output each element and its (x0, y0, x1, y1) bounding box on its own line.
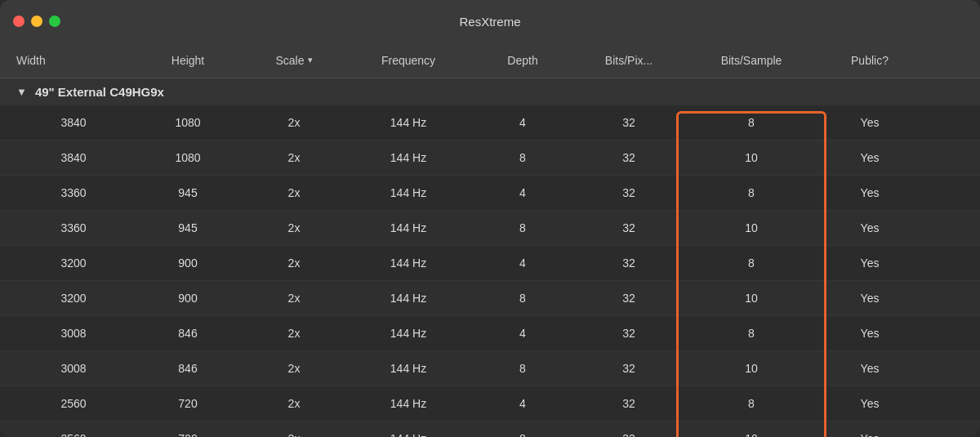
cell-depth: 4 (474, 186, 572, 199)
cell-scale: 2x (245, 151, 343, 164)
cell-height: 1080 (131, 151, 245, 164)
cell-scale: 2x (245, 292, 343, 305)
col-header-height[interactable]: Height (131, 54, 245, 67)
cell-depth: 8 (474, 221, 572, 234)
table-row[interactable]: 384010802x144 Hz4328Yes (0, 105, 980, 140)
table-row[interactable]: 30088462x144 Hz83210Yes (0, 351, 980, 386)
cell-frequency: 144 Hz (343, 432, 474, 437)
group-expand-arrow: ▼ (16, 86, 27, 98)
cell-bits-pix: 32 (572, 397, 686, 410)
cell-height: 846 (131, 362, 245, 375)
cell-bits-sample: 10 (686, 432, 817, 437)
cell-bits-pix: 32 (572, 327, 686, 340)
col-header-depth[interactable]: Depth (474, 54, 572, 67)
cell-height: 1080 (131, 116, 245, 129)
cell-public: Yes (817, 116, 923, 129)
table-row[interactable]: 32009002x144 Hz4328Yes (0, 246, 980, 281)
col-header-public[interactable]: Public? (817, 54, 923, 67)
cell-bits-sample: 10 (686, 292, 817, 305)
cell-width: 3200 (16, 256, 131, 270)
cell-scale: 2x (245, 256, 343, 270)
cell-height: 720 (131, 397, 245, 410)
cell-height: 846 (131, 327, 245, 340)
cell-height: 945 (131, 186, 245, 199)
cell-depth: 4 (474, 256, 572, 270)
cell-height: 900 (131, 292, 245, 305)
cell-public: Yes (817, 186, 923, 199)
cell-frequency: 144 Hz (343, 151, 474, 164)
cell-depth: 8 (474, 432, 572, 437)
cell-depth: 4 (474, 327, 572, 340)
title-bar: ResXtreme (0, 0, 980, 42)
cell-bits-sample: 8 (686, 186, 817, 199)
cell-public: Yes (817, 256, 923, 270)
table-row[interactable]: 384010802x144 Hz83210Yes (0, 140, 980, 176)
cell-width: 2560 (16, 432, 131, 437)
table-container: 384010802x144 Hz4328Yes384010802x144 Hz8… (0, 105, 980, 437)
cell-public: Yes (817, 362, 923, 375)
table-row[interactable]: 33609452x144 Hz83210Yes (0, 211, 980, 246)
col-header-bits-sample[interactable]: Bits/Sample (686, 54, 817, 67)
cell-scale: 2x (245, 116, 343, 129)
cell-bits-sample: 8 (686, 327, 817, 340)
table-row[interactable]: 25607202x144 Hz83210Yes (0, 421, 980, 437)
cell-bits-sample: 8 (686, 116, 817, 129)
col-header-width[interactable]: Width (16, 54, 131, 67)
cell-bits-sample: 10 (686, 221, 817, 234)
group-header[interactable]: ▼ 49" External C49HG9x (0, 78, 980, 105)
cell-bits-sample: 8 (686, 397, 817, 410)
cell-width: 3200 (16, 292, 131, 305)
maximize-button[interactable] (49, 16, 60, 27)
cell-frequency: 144 Hz (343, 256, 474, 270)
minimize-button[interactable] (31, 16, 42, 27)
cell-width: 3360 (16, 221, 131, 234)
cell-scale: 2x (245, 221, 343, 234)
cell-scale: 2x (245, 186, 343, 199)
sort-arrow-scale: ▾ (308, 55, 313, 65)
cell-bits-pix: 32 (572, 221, 686, 234)
app-title: ResXtreme (459, 15, 520, 29)
cell-frequency: 144 Hz (343, 397, 474, 410)
cell-public: Yes (817, 221, 923, 234)
col-header-bits-pix[interactable]: Bits/Pix... (572, 54, 686, 67)
cell-public: Yes (817, 432, 923, 437)
table-row[interactable]: 25607202x144 Hz4328Yes (0, 386, 980, 421)
cell-width: 3008 (16, 327, 131, 340)
cell-width: 3840 (16, 116, 131, 129)
close-button[interactable] (13, 16, 24, 27)
cell-scale: 2x (245, 397, 343, 410)
cell-scale: 2x (245, 432, 343, 437)
cell-scale: 2x (245, 327, 343, 340)
cell-depth: 4 (474, 397, 572, 410)
cell-bits-pix: 32 (572, 362, 686, 375)
cell-bits-sample: 8 (686, 256, 817, 270)
cell-height: 945 (131, 221, 245, 234)
cell-frequency: 144 Hz (343, 116, 474, 129)
table-row[interactable]: 33609452x144 Hz4328Yes (0, 176, 980, 211)
cell-bits-pix: 32 (572, 151, 686, 164)
cell-width: 3008 (16, 362, 131, 375)
table-row[interactable]: 32009002x144 Hz83210Yes (0, 281, 980, 316)
cell-bits-pix: 32 (572, 292, 686, 305)
traffic-lights (13, 16, 60, 27)
cell-public: Yes (817, 151, 923, 164)
col-header-scale[interactable]: Scale ▾ (245, 54, 343, 67)
cell-frequency: 144 Hz (343, 292, 474, 305)
cell-public: Yes (817, 327, 923, 340)
cell-depth: 8 (474, 292, 572, 305)
cell-width: 3840 (16, 151, 131, 164)
table-body: 384010802x144 Hz4328Yes384010802x144 Hz8… (0, 105, 980, 437)
app-window: ResXtreme Width Height Scale ▾ Frequency… (0, 0, 980, 437)
col-header-frequency[interactable]: Frequency (343, 54, 474, 67)
cell-bits-pix: 32 (572, 186, 686, 199)
cell-bits-pix: 32 (572, 432, 686, 437)
cell-frequency: 144 Hz (343, 186, 474, 199)
cell-bits-pix: 32 (572, 116, 686, 129)
table-row[interactable]: 30088462x144 Hz4328Yes (0, 316, 980, 351)
cell-frequency: 144 Hz (343, 327, 474, 340)
cell-bits-sample: 10 (686, 151, 817, 164)
cell-public: Yes (817, 292, 923, 305)
cell-height: 900 (131, 256, 245, 270)
cell-bits-pix: 32 (572, 256, 686, 270)
cell-depth: 4 (474, 116, 572, 129)
